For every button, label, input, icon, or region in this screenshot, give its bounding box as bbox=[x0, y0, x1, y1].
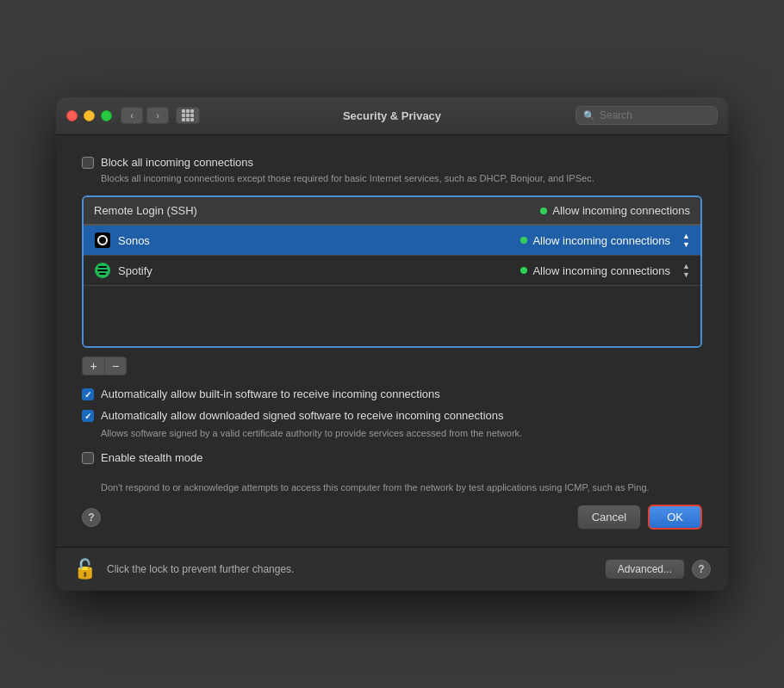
sonos-arrows[interactable]: ▲ ▼ bbox=[682, 232, 690, 249]
footer-help-button[interactable]: ? bbox=[692, 560, 711, 579]
auto-builtin-label: Automatically allow built-in software to… bbox=[101, 387, 440, 400]
lock-icon[interactable]: 🔓 bbox=[73, 558, 96, 580]
back-button[interactable]: ‹ bbox=[121, 107, 143, 124]
footer-lock-text: Click the lock to prevent further change… bbox=[107, 563, 594, 575]
sonos-icon-container bbox=[94, 232, 111, 249]
status-dot-header bbox=[540, 208, 547, 214]
firewall-header-name: Remote Login (SSH) bbox=[94, 204, 540, 217]
search-box[interactable]: 🔍 bbox=[576, 106, 718, 125]
spotify-arrows[interactable]: ▲ ▼ bbox=[682, 263, 690, 279]
traffic-lights bbox=[66, 110, 112, 121]
ok-button[interactable]: OK bbox=[648, 505, 702, 530]
advanced-button[interactable]: Advanced... bbox=[605, 559, 685, 580]
table-row[interactable]: Sonos Allow incoming connections ▲ ▼ bbox=[84, 226, 700, 256]
table-row[interactable]: Spotify Allow incoming connections ▲ ▼ bbox=[84, 256, 700, 286]
auto-signed-row: Automatically allow downloaded signed so… bbox=[82, 409, 702, 422]
window-title: Security & Privacy bbox=[343, 109, 441, 122]
stealth-mode-desc: Don't respond to or acknowledge attempts… bbox=[101, 481, 702, 494]
sonos-app-name: Sonos bbox=[118, 234, 520, 247]
stealth-mode-checkbox[interactable] bbox=[82, 452, 94, 464]
sonos-status-dot bbox=[520, 237, 527, 244]
nav-buttons: ‹ › bbox=[121, 107, 200, 124]
auto-builtin-row: Automatically allow built-in software to… bbox=[82, 387, 702, 400]
sonos-status: Allow incoming connections ▲ ▼ bbox=[520, 232, 690, 249]
auto-signed-label: Automatically allow downloaded signed so… bbox=[101, 409, 504, 422]
firewall-header-status: Allow incoming connections bbox=[540, 204, 690, 217]
system-preferences-window: ‹ › Security & Privacy 🔍 Block all incom… bbox=[56, 97, 728, 591]
footer: 🔓 Click the lock to prevent further chan… bbox=[56, 547, 728, 591]
auto-signed-checkbox[interactable] bbox=[82, 410, 94, 422]
add-remove-buttons: + − bbox=[82, 356, 702, 375]
search-input[interactable] bbox=[600, 109, 710, 121]
spotify-status-text: Allow incoming connections bbox=[532, 264, 670, 277]
close-button[interactable] bbox=[66, 110, 78, 121]
spotify-status-dot bbox=[520, 267, 527, 274]
cancel-button[interactable]: Cancel bbox=[577, 505, 641, 530]
firewall-header-status-text: Allow incoming connections bbox=[552, 204, 690, 217]
action-row: ? Cancel OK bbox=[82, 505, 702, 530]
block-all-row: Block all incoming connections bbox=[82, 156, 702, 169]
search-icon: 🔍 bbox=[583, 110, 595, 121]
arrow-down-icon[interactable]: ▼ bbox=[682, 241, 690, 249]
action-buttons: Cancel OK bbox=[577, 505, 702, 530]
spotify-icon-container bbox=[94, 262, 111, 279]
help-button[interactable]: ? bbox=[82, 508, 101, 527]
arrow-up-icon[interactable]: ▲ bbox=[682, 263, 690, 270]
titlebar: ‹ › Security & Privacy 🔍 bbox=[56, 97, 728, 135]
footer-buttons: Advanced... ? bbox=[605, 559, 711, 580]
stealth-mode-row: Enable stealth mode bbox=[82, 451, 702, 464]
auto-signed-desc: Allows software signed by a valid certif… bbox=[101, 427, 702, 440]
arrow-up-icon[interactable]: ▲ bbox=[682, 232, 690, 240]
main-content: Block all incoming connections Blocks al… bbox=[56, 135, 728, 547]
stealth-mode-label: Enable stealth mode bbox=[101, 451, 203, 464]
sonos-icon bbox=[95, 232, 110, 248]
spotify-status: Allow incoming connections ▲ ▼ bbox=[520, 263, 690, 279]
firewall-header-row: Remote Login (SSH) Allow incoming connec… bbox=[84, 197, 700, 225]
block-all-desc: Blocks all incoming connections except t… bbox=[101, 172, 702, 185]
empty-table-space bbox=[84, 286, 700, 346]
grid-button[interactable] bbox=[176, 107, 200, 124]
remove-app-button[interactable]: − bbox=[104, 356, 127, 375]
auto-builtin-checkbox[interactable] bbox=[82, 388, 94, 400]
sonos-status-text: Allow incoming connections bbox=[532, 234, 670, 247]
minimize-button[interactable] bbox=[84, 110, 95, 121]
firewall-table: Remote Login (SSH) Allow incoming connec… bbox=[82, 195, 702, 348]
add-app-button[interactable]: + bbox=[82, 356, 104, 375]
arrow-down-icon[interactable]: ▼ bbox=[682, 271, 690, 279]
maximize-button[interactable] bbox=[101, 110, 112, 121]
forward-button[interactable]: › bbox=[146, 107, 169, 124]
block-all-label: Block all incoming connections bbox=[101, 156, 253, 169]
spotify-icon bbox=[95, 263, 110, 278]
spotify-app-name: Spotify bbox=[118, 264, 520, 277]
block-all-checkbox[interactable] bbox=[82, 157, 94, 169]
